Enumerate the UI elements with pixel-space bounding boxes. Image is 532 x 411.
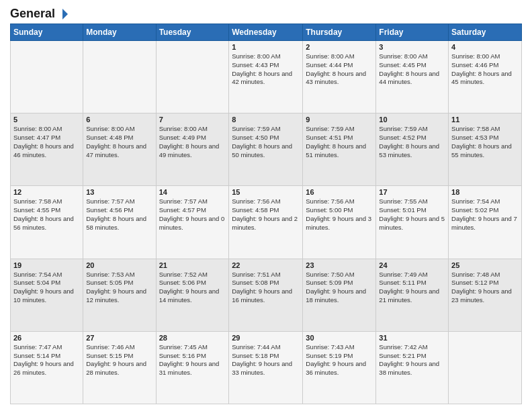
day-header-thursday: Thursday	[303, 24, 376, 41]
day-number: 3	[379, 43, 445, 51]
day-cell: 10Sunrise: 7:59 AM Sunset: 4:52 PM Dayli…	[376, 113, 449, 186]
day-header-friday: Friday	[376, 24, 449, 41]
day-header-wednesday: Wednesday	[229, 24, 303, 41]
day-header-sunday: Sunday	[11, 24, 83, 41]
day-number: 23	[306, 261, 373, 269]
day-cell: 2Sunrise: 8:00 AM Sunset: 4:44 PM Daylig…	[303, 41, 376, 113]
day-cell: 5Sunrise: 8:00 AM Sunset: 4:47 PM Daylig…	[11, 113, 83, 186]
day-cell: 13Sunrise: 7:57 AM Sunset: 4:56 PM Dayli…	[83, 186, 156, 259]
day-info: Sunrise: 7:43 AM Sunset: 5:19 PM Dayligh…	[306, 343, 373, 377]
day-info: Sunrise: 7:50 AM Sunset: 5:09 PM Dayligh…	[306, 271, 373, 305]
day-number: 8	[232, 116, 300, 124]
day-cell: 22Sunrise: 7:51 AM Sunset: 5:08 PM Dayli…	[229, 259, 303, 331]
day-number: 25	[451, 261, 519, 269]
day-cell: 1Sunrise: 8:00 AM Sunset: 4:43 PM Daylig…	[229, 41, 303, 113]
day-info: Sunrise: 8:00 AM Sunset: 4:47 PM Dayligh…	[13, 125, 80, 159]
day-cell: 24Sunrise: 7:49 AM Sunset: 5:11 PM Dayli…	[376, 259, 449, 331]
day-number: 4	[451, 43, 519, 51]
day-cell: 30Sunrise: 7:43 AM Sunset: 5:19 PM Dayli…	[303, 331, 376, 404]
day-number: 15	[232, 188, 300, 196]
day-cell: 21Sunrise: 7:52 AM Sunset: 5:06 PM Dayli…	[156, 259, 229, 331]
day-cell	[156, 41, 229, 113]
logo: General	[10, 7, 70, 18]
week-row-5: 26Sunrise: 7:47 AM Sunset: 5:14 PM Dayli…	[11, 331, 522, 404]
week-row-2: 5Sunrise: 8:00 AM Sunset: 4:47 PM Daylig…	[11, 113, 522, 186]
day-number: 9	[306, 116, 373, 124]
day-cell: 12Sunrise: 7:58 AM Sunset: 4:55 PM Dayli…	[11, 186, 83, 259]
day-number: 27	[86, 334, 152, 342]
day-info: Sunrise: 7:47 AM Sunset: 5:14 PM Dayligh…	[13, 343, 80, 377]
day-number: 6	[86, 116, 152, 124]
day-cell: 25Sunrise: 7:48 AM Sunset: 5:12 PM Dayli…	[449, 259, 522, 331]
day-info: Sunrise: 8:00 AM Sunset: 4:49 PM Dayligh…	[159, 125, 226, 159]
day-number: 16	[306, 188, 373, 196]
day-cell: 28Sunrise: 7:45 AM Sunset: 5:16 PM Dayli…	[156, 331, 229, 404]
day-cell: 8Sunrise: 7:59 AM Sunset: 4:50 PM Daylig…	[229, 113, 303, 186]
day-info: Sunrise: 7:58 AM Sunset: 4:55 PM Dayligh…	[13, 197, 80, 232]
day-number: 18	[451, 188, 519, 196]
day-info: Sunrise: 8:00 AM Sunset: 4:46 PM Dayligh…	[451, 52, 519, 87]
day-header-saturday: Saturday	[449, 24, 522, 41]
day-info: Sunrise: 7:59 AM Sunset: 4:51 PM Dayligh…	[306, 125, 373, 159]
day-number: 19	[13, 261, 80, 269]
day-number: 20	[86, 261, 152, 269]
day-cell: 31Sunrise: 7:42 AM Sunset: 5:21 PM Dayli…	[376, 331, 449, 404]
day-number: 14	[159, 188, 226, 196]
day-header-tuesday: Tuesday	[156, 24, 229, 41]
week-row-1: 1Sunrise: 8:00 AM Sunset: 4:43 PM Daylig…	[11, 41, 522, 113]
day-number: 24	[379, 261, 445, 269]
week-row-3: 12Sunrise: 7:58 AM Sunset: 4:55 PM Dayli…	[11, 186, 522, 259]
calendar-header-row: SundayMondayTuesdayWednesdayThursdayFrid…	[11, 24, 522, 41]
day-info: Sunrise: 8:00 AM Sunset: 4:43 PM Dayligh…	[232, 52, 300, 87]
day-info: Sunrise: 7:58 AM Sunset: 4:53 PM Dayligh…	[451, 125, 519, 159]
week-row-4: 19Sunrise: 7:54 AM Sunset: 5:04 PM Dayli…	[11, 259, 522, 331]
day-cell: 23Sunrise: 7:50 AM Sunset: 5:09 PM Dayli…	[303, 259, 376, 331]
day-cell	[449, 331, 522, 404]
day-cell	[11, 41, 83, 113]
day-number: 26	[13, 334, 80, 342]
day-info: Sunrise: 7:45 AM Sunset: 5:16 PM Dayligh…	[159, 343, 226, 377]
day-number: 31	[379, 334, 445, 342]
day-number: 29	[232, 334, 300, 342]
day-info: Sunrise: 7:55 AM Sunset: 5:01 PM Dayligh…	[379, 197, 445, 232]
day-info: Sunrise: 7:56 AM Sunset: 4:58 PM Dayligh…	[232, 197, 300, 232]
logo-icon	[56, 7, 69, 21]
day-number: 28	[159, 334, 226, 342]
day-info: Sunrise: 8:00 AM Sunset: 4:45 PM Dayligh…	[379, 52, 445, 87]
day-number: 7	[159, 116, 226, 124]
day-cell: 17Sunrise: 7:55 AM Sunset: 5:01 PM Dayli…	[376, 186, 449, 259]
day-cell: 20Sunrise: 7:53 AM Sunset: 5:05 PM Dayli…	[83, 259, 156, 331]
day-cell: 11Sunrise: 7:58 AM Sunset: 4:53 PM Dayli…	[449, 113, 522, 186]
day-cell: 16Sunrise: 7:56 AM Sunset: 5:00 PM Dayli…	[303, 186, 376, 259]
day-info: Sunrise: 7:52 AM Sunset: 5:06 PM Dayligh…	[159, 271, 226, 305]
day-cell: 4Sunrise: 8:00 AM Sunset: 4:46 PM Daylig…	[449, 41, 522, 113]
day-number: 10	[379, 116, 445, 124]
page: General SundayMondayTuesdayWednesdayThur…	[0, 0, 532, 411]
day-cell: 26Sunrise: 7:47 AM Sunset: 5:14 PM Dayli…	[11, 331, 83, 404]
header: General	[10, 7, 522, 18]
day-number: 11	[451, 116, 519, 124]
day-cell: 6Sunrise: 8:00 AM Sunset: 4:48 PM Daylig…	[83, 113, 156, 186]
day-number: 1	[232, 43, 300, 51]
logo-general: General	[10, 7, 55, 21]
day-info: Sunrise: 8:00 AM Sunset: 4:44 PM Dayligh…	[306, 52, 373, 87]
day-info: Sunrise: 7:51 AM Sunset: 5:08 PM Dayligh…	[232, 271, 300, 305]
day-number: 22	[232, 261, 300, 269]
day-info: Sunrise: 7:46 AM Sunset: 5:15 PM Dayligh…	[86, 343, 152, 377]
day-info: Sunrise: 7:59 AM Sunset: 4:52 PM Dayligh…	[379, 125, 445, 159]
day-info: Sunrise: 7:57 AM Sunset: 4:56 PM Dayligh…	[86, 197, 152, 232]
day-number: 5	[13, 116, 80, 124]
day-cell: 3Sunrise: 8:00 AM Sunset: 4:45 PM Daylig…	[376, 41, 449, 113]
calendar: SundayMondayTuesdayWednesdayThursdayFrid…	[10, 24, 522, 404]
day-cell: 14Sunrise: 7:57 AM Sunset: 4:57 PM Dayli…	[156, 186, 229, 259]
day-number: 2	[306, 43, 373, 51]
day-cell: 19Sunrise: 7:54 AM Sunset: 5:04 PM Dayli…	[11, 259, 83, 331]
day-cell: 29Sunrise: 7:44 AM Sunset: 5:18 PM Dayli…	[229, 331, 303, 404]
day-cell: 9Sunrise: 7:59 AM Sunset: 4:51 PM Daylig…	[303, 113, 376, 186]
day-number: 17	[379, 188, 445, 196]
day-cell: 15Sunrise: 7:56 AM Sunset: 4:58 PM Dayli…	[229, 186, 303, 259]
day-info: Sunrise: 7:59 AM Sunset: 4:50 PM Dayligh…	[232, 125, 300, 159]
day-info: Sunrise: 7:57 AM Sunset: 4:57 PM Dayligh…	[159, 197, 226, 232]
day-cell: 18Sunrise: 7:54 AM Sunset: 5:02 PM Dayli…	[449, 186, 522, 259]
svg-marker-0	[62, 9, 68, 19]
